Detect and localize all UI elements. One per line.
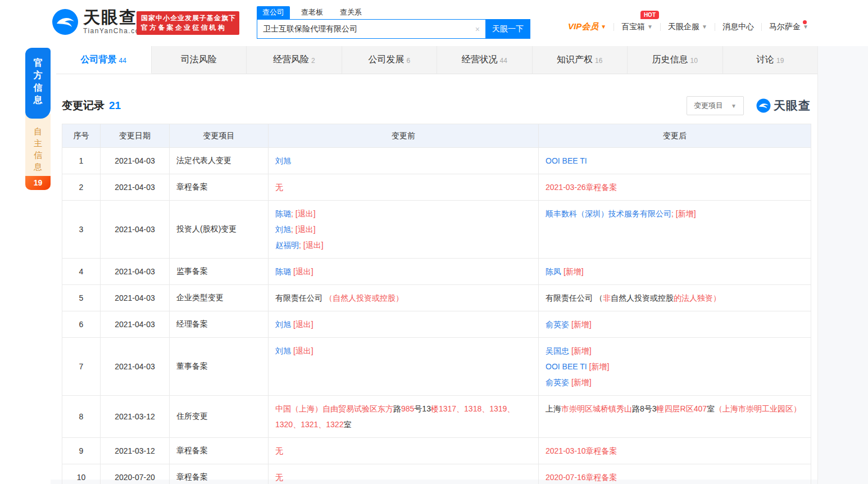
table-row: 82021-03-12住所变更中国（上海）自由贸易试验区东方路985号13楼13… — [62, 396, 811, 438]
tab-count: 19 — [776, 57, 784, 65]
column-header: 变更日期 — [101, 124, 170, 148]
tab-count: 10 — [690, 57, 698, 65]
entity-link[interactable]: 俞英姿 — [546, 320, 569, 329]
entity-link[interactable]: 陈璐 — [275, 267, 291, 276]
entity-link[interactable]: 刘旭 — [275, 346, 291, 355]
side-tab-char: 息 — [34, 94, 43, 106]
change-item-filter-dropdown[interactable]: 变更项目 ▼ — [687, 96, 744, 115]
cell-change-before: 无 — [269, 438, 539, 464]
entity-link[interactable]: OOI BEE TI — [546, 362, 587, 371]
tab-label: 讨论 — [756, 54, 774, 66]
entity-link[interactable]: 刘旭 — [275, 156, 291, 165]
entity-link[interactable]: 赵福明 — [275, 241, 299, 250]
cell-change-after: 2021-03-26章程备案 — [539, 174, 811, 201]
entity-link[interactable]: OOI BEE TI — [546, 156, 587, 165]
cell-change-after: 陈凤 [新增] — [539, 259, 811, 285]
watermark-text: 天眼查 — [774, 98, 811, 114]
entity-link[interactable]: 顺丰数科（深圳）技术服务有限公司 — [546, 209, 671, 218]
cell-change-date: 2021-03-12 — [101, 396, 170, 438]
search-tab-company[interactable]: 查公司 — [257, 6, 290, 19]
tianyancha-logo[interactable]: 天眼查 TianYanCha.com — [52, 8, 146, 35]
tab-count: 44 — [500, 57, 507, 65]
top-nav: VIP会员 ▼ HOT 百宝箱 ▼ 天眼企服 ▼ 消息中心 马尔萨金 — [561, 21, 816, 32]
entity-link[interactable]: 陈璐 — [275, 209, 291, 218]
change-text: 号13 — [414, 404, 431, 413]
tab-3[interactable]: 经营风险2 — [247, 46, 342, 74]
change-text: 2021-03-10章程备案 — [546, 446, 617, 455]
tab-8[interactable]: 讨论19 — [723, 46, 818, 74]
column-header: 变更项目 — [170, 124, 269, 148]
change-text: 中国（上海）自由贸易试验区东方 — [275, 404, 393, 413]
nav-vip[interactable]: VIP会员 ▼ — [561, 21, 613, 32]
cell-change-after: 有限责任公司 （非自然人投资或控股的法人独资） — [539, 285, 811, 311]
cell-line: 陈璐 [退出] — [275, 264, 531, 279]
tab-4[interactable]: 公司发展6 — [342, 46, 438, 74]
cell-change-after: 2020-07-16章程备案 — [539, 464, 811, 484]
side-tab-self-info[interactable]: 自主信息19 — [25, 114, 51, 190]
side-tab-char: 方 — [34, 69, 43, 82]
entity-link[interactable]: 俞英姿 — [546, 378, 569, 387]
cell-change-after: 上海市崇明区城桥镇秀山路8号3幢四层R区407室（上海市崇明工业园区） — [539, 396, 811, 438]
cell-change-before: 中国（上海）自由贸易试验区东方路985号13楼1317、1318、1319、13… — [269, 396, 539, 438]
side-tab-char: 官 — [34, 57, 43, 69]
search-button[interactable]: 天眼一下 — [485, 19, 530, 39]
entity-link[interactable]: 刘旭 — [275, 225, 291, 234]
side-tab-char: 息 — [34, 161, 42, 173]
main-content: 变更记录 21 变更项目 ▼ 天眼查 序号变更日期变更项目变更前变更后 — [62, 74, 811, 484]
search-tab-relation[interactable]: 查关系 — [334, 6, 367, 19]
cert-badge: 国家中小企业发展子基金旗下 官方备案企业征信机构 — [137, 11, 239, 35]
column-header: 序号 — [62, 124, 101, 148]
filter-label: 变更项目 — [694, 101, 723, 111]
nav-enterprise[interactable]: 天眼企服 ▼ — [661, 22, 715, 32]
nav-treasure[interactable]: HOT 百宝箱 ▼ — [614, 22, 660, 32]
entity-link[interactable]: 刘旭 — [275, 320, 291, 329]
tab-label: 经营状况 — [462, 54, 498, 66]
tab-label: 经营风险 — [273, 54, 309, 66]
column-header: 变更后 — [539, 124, 811, 148]
change-text: 985 — [401, 404, 414, 413]
entity-link[interactable]: 吴国忠 — [546, 346, 569, 355]
change-text: 路 — [393, 404, 401, 413]
entity-link[interactable]: 陈凤 — [546, 267, 561, 276]
nav-messages-label: 消息中心 — [722, 22, 754, 32]
watermark-logo: 天眼查 — [756, 98, 811, 114]
cell-change-date: 2020-07-20 — [101, 464, 170, 484]
change-text: ; [退出] — [291, 209, 316, 218]
section-header: 变更记录 21 变更项目 ▼ 天眼查 — [62, 97, 811, 115]
change-text: [新增] — [587, 362, 610, 371]
cell-index: 7 — [62, 338, 101, 396]
hot-badge: HOT — [640, 11, 659, 19]
cell-change-after: 顺丰数科（深圳）技术服务有限公司; [新增] — [539, 201, 811, 259]
cert-badge-line2: 官方备案企业征信机构 — [141, 23, 235, 33]
tab-6[interactable]: 知识产权16 — [533, 46, 628, 74]
tab-7[interactable]: 历史信息10 — [628, 46, 723, 74]
table-row: 102020-07-20章程备案无2020-07-16章程备案 — [62, 464, 811, 484]
cell-change-after: 俞英姿 [新增] — [539, 311, 811, 338]
search-area: 查公司 查老板 查关系 × 天眼一下 — [257, 7, 530, 39]
nav-treasure-label: 百宝箱 — [621, 22, 645, 32]
nav-user[interactable]: 马尔萨金 ▼ — [762, 22, 816, 32]
clear-icon[interactable]: × — [470, 25, 485, 34]
cell-line: 2021-03-10章程备案 — [546, 443, 804, 459]
tab-2[interactable]: 司法风险 — [152, 46, 247, 74]
change-text: 有限责任公司 （ — [546, 293, 603, 302]
cell-change-item: 住所变更 — [170, 396, 269, 438]
cell-change-item: 章程备案 — [170, 174, 269, 201]
table-row: 12021-04-03法定代表人变更刘旭OOI BEE TI — [62, 148, 811, 174]
change-text: 市崇明区城桥镇秀山 — [561, 404, 632, 413]
change-text: （上海市崇明工业园区） — [715, 404, 801, 413]
tab-1[interactable]: 公司背景44 — [56, 46, 152, 74]
tab-label: 司法风险 — [181, 54, 217, 66]
nav-messages[interactable]: 消息中心 — [715, 22, 761, 32]
cell-change-before: 刘旭 — [269, 148, 539, 174]
side-tab-official-info[interactable]: 官方信息 — [25, 48, 51, 119]
cell-index: 3 — [62, 201, 101, 259]
search-tab-boss[interactable]: 查老板 — [296, 6, 329, 19]
table-row: 62021-04-03经理备案刘旭 [退出]俞英姿 [新增] — [62, 311, 811, 338]
tab-5[interactable]: 经营状况44 — [437, 46, 533, 74]
cell-change-after: 2021-03-10章程备案 — [539, 438, 811, 464]
search-input[interactable] — [257, 25, 470, 34]
change-text: ; [新增] — [671, 209, 696, 218]
cell-index: 6 — [62, 311, 101, 338]
change-text: [新增] — [569, 378, 592, 387]
